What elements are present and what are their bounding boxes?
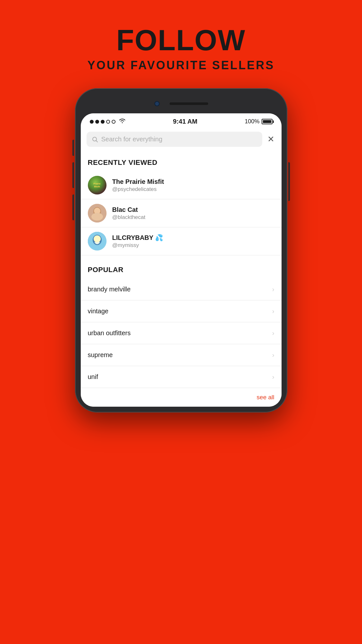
battery-percentage: 100% bbox=[245, 118, 259, 125]
seller-info-prairie: The Prairie Misfit @psychedelicates bbox=[112, 178, 274, 193]
signal-dot-3 bbox=[101, 120, 105, 124]
seller-item-lil[interactable]: LILCRYBABY 💦 @mymissy bbox=[81, 227, 282, 255]
seller-name-blac: Blac Cat bbox=[112, 206, 274, 213]
popular-item-label-supreme: supreme bbox=[88, 351, 113, 359]
status-bar: 9:41 AM 100% bbox=[81, 113, 282, 128]
popular-item-label-unif: unif bbox=[88, 373, 98, 381]
battery-fill bbox=[263, 120, 271, 123]
popular-item-label-urban: urban outfitters bbox=[88, 329, 131, 337]
popular-header: POPULAR bbox=[81, 259, 282, 279]
seller-info-blac: Blac Cat @blackthecat bbox=[112, 206, 274, 221]
avatar-lilcrybaby bbox=[88, 232, 107, 251]
search-input-wrapper[interactable]: Search for everything bbox=[87, 132, 262, 147]
phone-notch bbox=[81, 94, 282, 113]
signal-dot-1 bbox=[90, 120, 94, 124]
recently-viewed-header: RECENTLY VIEWED bbox=[81, 151, 282, 171]
seller-item-blac[interactable]: Blac Cat @blackthecat bbox=[81, 199, 282, 227]
chevron-icon-supreme: › bbox=[272, 351, 274, 359]
side-button-vol-up bbox=[72, 162, 74, 188]
signal-dot-5 bbox=[112, 120, 116, 124]
front-camera bbox=[154, 101, 160, 106]
chevron-icon-urban: › bbox=[272, 329, 274, 337]
seller-name-prairie: The Prairie Misfit bbox=[112, 178, 274, 185]
svg-point-8 bbox=[94, 235, 101, 242]
svg-line-1 bbox=[96, 140, 97, 142]
see-all-link[interactable]: see all bbox=[257, 394, 274, 401]
popular-item-brandy[interactable]: brandy melville › bbox=[81, 279, 282, 300]
seller-handle-prairie: @psychedelicates bbox=[112, 186, 274, 193]
popular-item-urban[interactable]: urban outfitters › bbox=[81, 322, 282, 344]
seller-item-prairie[interactable]: PrairieMisfit The Prairie Misfit @psyche… bbox=[81, 171, 282, 199]
popular-item-label-brandy: brandy melville bbox=[88, 286, 131, 293]
popular-item-label-vintage: vintage bbox=[88, 308, 109, 315]
hero-section: FOLLOW YOUR FAVOURITE SELLERS bbox=[88, 0, 274, 88]
popular-item-unif[interactable]: unif › bbox=[81, 366, 282, 388]
seller-handle-lil: @mymissy bbox=[112, 242, 274, 249]
battery-icon bbox=[262, 119, 273, 124]
popular-item-supreme[interactable]: supreme › bbox=[81, 344, 282, 366]
see-all-row: see all bbox=[81, 388, 282, 407]
signal-dot-2 bbox=[95, 120, 99, 124]
wifi-icon bbox=[119, 118, 126, 125]
search-placeholder[interactable]: Search for everything bbox=[101, 136, 162, 143]
signal-area bbox=[90, 118, 126, 125]
hero-title: FOLLOW bbox=[88, 26, 274, 55]
svg-point-5 bbox=[91, 213, 103, 221]
chevron-icon-vintage: › bbox=[272, 308, 274, 315]
screen-content: RECENTLY VIEWED PrairieMisfit The Prairi… bbox=[81, 151, 282, 407]
phone-speaker bbox=[170, 102, 208, 105]
seller-info-lil: LILCRYBABY 💦 @mymissy bbox=[112, 234, 274, 249]
signal-dot-4 bbox=[106, 120, 110, 124]
phone-frame: 9:41 AM 100% Search for everything bbox=[75, 88, 287, 412]
side-button-mute bbox=[72, 140, 74, 156]
chevron-icon-unif: › bbox=[272, 373, 274, 381]
search-bar-container: Search for everything ✕ bbox=[81, 128, 282, 151]
chevron-icon-brandy: › bbox=[272, 286, 274, 293]
phone-screen: 9:41 AM 100% Search for everything bbox=[81, 113, 282, 407]
avatar-prairie-misfit: PrairieMisfit bbox=[88, 176, 107, 194]
avatar-blac-cat bbox=[88, 204, 107, 223]
hero-subtitle: YOUR FAVOURITE SELLERS bbox=[88, 59, 274, 72]
side-button-vol-down bbox=[72, 194, 74, 220]
close-button[interactable]: ✕ bbox=[266, 133, 276, 146]
side-button-power bbox=[288, 162, 290, 201]
search-icon bbox=[92, 136, 98, 143]
seller-handle-blac: @blackthecat bbox=[112, 214, 274, 221]
seller-name-lil: LILCRYBABY 💦 bbox=[112, 234, 274, 242]
battery-area: 100% bbox=[245, 118, 272, 125]
phone-container: 9:41 AM 100% Search for everything bbox=[75, 88, 287, 412]
status-time: 9:41 AM bbox=[173, 118, 198, 125]
signal-dots bbox=[90, 120, 116, 124]
popular-item-vintage[interactable]: vintage › bbox=[81, 300, 282, 322]
